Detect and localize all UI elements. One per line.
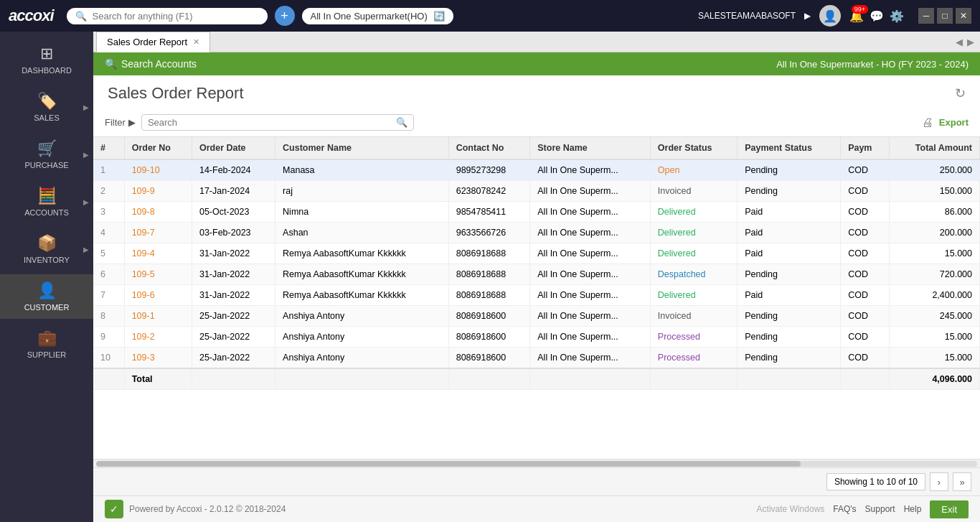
company-selector[interactable]: All In One Supermarket(HO) 🔄 (302, 8, 453, 24)
sidebar-item-supplier[interactable]: 💼 SUPPLIER (0, 322, 93, 366)
sidebar-item-label: DASHBOARD (22, 66, 72, 75)
horizontal-scrollbar[interactable] (93, 459, 980, 467)
close-button[interactable]: ✕ (956, 8, 971, 24)
footer-empty2 (192, 368, 275, 390)
cell-paym: COD (841, 285, 890, 306)
filter-button[interactable]: Filter ▶ (105, 117, 136, 128)
inventory-icon: 📦 (37, 234, 57, 253)
table-row[interactable]: 7 109-6 31-Jan-2022 Remya AabasoftKumar … (93, 285, 980, 306)
cell-num: 7 (93, 285, 124, 306)
faq-link[interactable]: FAQ's (833, 504, 856, 514)
global-search-bar[interactable]: 🔍 (67, 8, 268, 24)
notifications-icon[interactable]: 🔔99+ (849, 9, 864, 23)
cell-store: All In One Superm... (530, 243, 651, 264)
window-controls: ─ □ ✕ (918, 8, 971, 24)
table-row[interactable]: 6 109-5 31-Jan-2022 Remya AabasoftKumar … (93, 264, 980, 285)
tab-nav-left-icon[interactable]: ◀ (956, 37, 963, 47)
cell-num: 1 (93, 159, 124, 181)
sidebar-item-accounts[interactable]: 🧮 ACCOUNTS ▶ (0, 180, 93, 224)
cell-order-no[interactable]: 109-6 (124, 285, 192, 306)
cell-order-date: 31-Jan-2022 (192, 264, 275, 285)
export-label: Export (939, 117, 969, 128)
exit-button[interactable]: Exit (930, 500, 969, 518)
minimize-button[interactable]: ─ (918, 8, 934, 24)
sidebar-item-label: PURCHASE (24, 161, 68, 169)
cell-amount: 15.000 (890, 327, 980, 348)
table-row[interactable]: 10 109-3 25-Jan-2022 Anshiya Antony 8086… (93, 348, 980, 369)
export-button[interactable]: Export (939, 117, 969, 128)
footer-total-amount: 4,096.000 (890, 368, 980, 390)
help-link[interactable]: Help (904, 504, 922, 514)
refresh-icon[interactable]: ↻ (955, 85, 966, 101)
cell-order-status: Processed (650, 327, 737, 348)
cell-amount: 720.000 (890, 264, 980, 285)
cell-order-no[interactable]: 109-7 (124, 223, 192, 243)
cell-payment-status: Paid (738, 243, 841, 264)
cell-order-status: Invoiced (650, 306, 737, 327)
table-row[interactable]: 8 109-1 25-Jan-2022 Anshiya Antony 80869… (93, 306, 980, 327)
cell-order-no[interactable]: 109-9 (124, 181, 192, 202)
last-page-button[interactable]: » (953, 472, 971, 491)
tab-close-icon[interactable]: ✕ (193, 37, 199, 47)
cell-contact: 8086918600 (448, 306, 530, 327)
cell-customer: Manasa (275, 159, 449, 181)
cell-amount: 150.000 (890, 181, 980, 202)
avatar[interactable]: 👤 (819, 5, 841, 27)
cell-num: 2 (93, 181, 124, 202)
cell-order-date: 31-Jan-2022 (192, 285, 275, 306)
sidebar-item-label: INVENTORY (24, 256, 70, 264)
cell-order-date: 25-Jan-2022 (192, 327, 275, 348)
col-payment-status: Payment Status (738, 137, 841, 159)
cell-payment-status: Pending (738, 264, 841, 285)
cell-order-no[interactable]: 109-10 (124, 159, 192, 181)
next-page-button[interactable]: › (930, 472, 948, 491)
table-row[interactable]: 5 109-4 31-Jan-2022 Remya AabasoftKumar … (93, 243, 980, 264)
search-accounts-button[interactable]: 🔍 Search Accounts (105, 58, 197, 70)
messages-icon[interactable]: 💬 (870, 9, 884, 23)
settings-icon[interactable]: ⚙️ (890, 9, 904, 23)
cell-payment-status: Pending (738, 306, 841, 327)
footer-total-label: Total (124, 368, 192, 390)
cell-contact: 9895273298 (448, 159, 530, 181)
table-wrap[interactable]: # Order No Order Date Customer Name Cont… (93, 137, 980, 459)
tab-sales-order-report[interactable]: Sales Order Report ✕ (96, 32, 210, 52)
sidebar-item-inventory[interactable]: 📦 INVENTORY ▶ (0, 227, 93, 271)
cell-order-no[interactable]: 109-2 (124, 327, 192, 348)
cell-paym: COD (841, 181, 890, 202)
sidebar-item-purchase[interactable]: 🛒 PURCHASE ▶ (0, 132, 93, 177)
tab-bar-controls: ◀ ▶ (956, 37, 980, 47)
cell-order-no[interactable]: 109-4 (124, 243, 192, 264)
cell-order-no[interactable]: 109-8 (124, 202, 192, 223)
col-store-name: Store Name (530, 137, 651, 159)
support-link[interactable]: Support (865, 504, 895, 514)
search-input-wrap[interactable]: 🔍 (141, 114, 414, 131)
tab-nav-right-icon[interactable]: ▶ (967, 37, 974, 47)
maximize-button[interactable]: □ (937, 8, 953, 24)
sidebar-item-customer[interactable]: 👤 CUSTOMER (0, 274, 93, 319)
cell-paym: COD (841, 306, 890, 327)
table-row[interactable]: 3 109-8 05-Oct-2023 Nimna 9854785411 All… (93, 202, 980, 223)
sidebar-item-dashboard[interactable]: ⊞ DASHBOARD (0, 37, 93, 82)
cell-order-no[interactable]: 109-3 (124, 348, 192, 369)
cell-customer: Nimna (275, 202, 449, 223)
sidebar: ⊞ DASHBOARD 🏷️ SALES ▶ 🛒 PURCHASE ▶ 🧮 AC… (0, 32, 93, 522)
sidebar-item-sales[interactable]: 🏷️ SALES ▶ (0, 85, 93, 129)
top-bar: accoxi 🔍 + All In One Supermarket(HO) 🔄 … (0, 0, 980, 32)
search-input[interactable] (148, 117, 392, 128)
global-search-input[interactable] (93, 11, 243, 22)
print-icon[interactable]: 🖨 (922, 116, 933, 129)
table-row[interactable]: 1 109-10 14-Feb-2024 Manasa 9895273298 A… (93, 159, 980, 181)
table-row[interactable]: 9 109-2 25-Jan-2022 Anshiya Antony 80869… (93, 327, 980, 348)
search-icon[interactable]: 🔍 (396, 117, 407, 128)
cell-order-status: Delivered (650, 202, 737, 223)
sidebar-item-label: ACCOUNTS (24, 208, 69, 217)
cell-order-no[interactable]: 109-5 (124, 264, 192, 285)
cell-order-no[interactable]: 109-1 (124, 306, 192, 327)
cell-contact: 8086918600 (448, 348, 530, 369)
refresh-icon[interactable]: 🔄 (433, 11, 445, 22)
table-row[interactable]: 2 109-9 17-Jan-2024 raj 6238078242 All I… (93, 181, 980, 202)
add-button[interactable]: + (275, 6, 295, 26)
table-row[interactable]: 4 109-7 03-Feb-2023 Ashan 9633566726 All… (93, 223, 980, 243)
cell-amount: 15.000 (890, 348, 980, 369)
table-footer-row: Total 4,096.000 (93, 368, 980, 390)
